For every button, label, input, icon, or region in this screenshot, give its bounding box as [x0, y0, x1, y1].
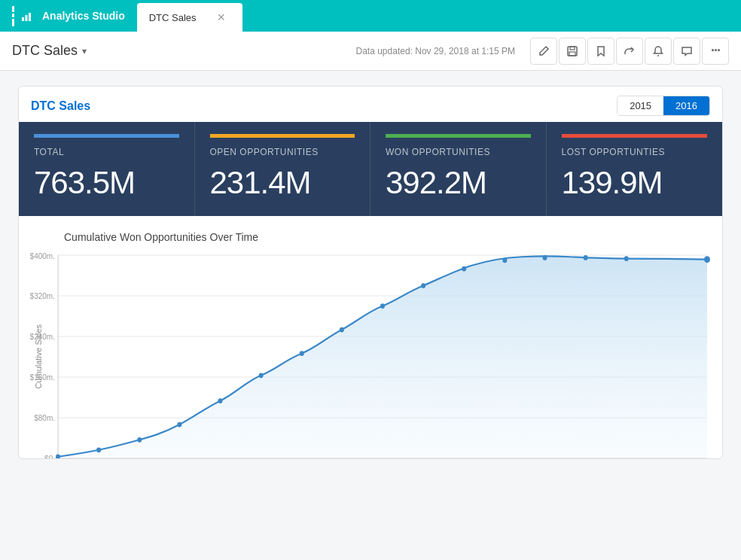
year-2015-button[interactable]: 2015	[618, 96, 663, 115]
svg-point-23	[137, 437, 142, 443]
svg-point-36	[704, 256, 710, 263]
won-bar	[386, 134, 531, 138]
chart-title: Cumulative Won Opportunities Over Time	[19, 231, 722, 243]
lost-value: 139.9M	[562, 165, 708, 201]
svg-point-32	[502, 257, 507, 263]
close-tab-button[interactable]: ×	[218, 11, 226, 24]
active-tab-label: DTC Sales	[149, 12, 197, 23]
svg-point-34	[584, 255, 588, 260]
svg-rect-0	[22, 17, 24, 21]
svg-text:$240m.: $240m.	[30, 332, 55, 342]
total-bar	[34, 134, 179, 138]
svg-rect-4	[570, 47, 575, 50]
svg-rect-1	[26, 15, 28, 21]
bell-icon	[652, 45, 664, 57]
svg-point-25	[218, 398, 222, 403]
data-updated-label: Data updated: Nov 29, 2018 at 1:15 PM	[356, 46, 515, 56]
metric-total: TOTAL 763.5M	[19, 122, 195, 216]
svg-text:$80m.: $80m.	[34, 413, 55, 423]
page-title-area: DTC Sales ▾	[12, 43, 347, 59]
save-button[interactable]	[559, 38, 586, 65]
save-icon	[566, 45, 578, 57]
open-bar	[210, 134, 355, 138]
comment-button[interactable]	[673, 38, 700, 65]
toolbar: ···	[530, 38, 729, 65]
svg-rect-2	[29, 13, 31, 21]
svg-point-35	[624, 256, 629, 261]
svg-text:$160m.: $160m.	[30, 373, 55, 382]
dashboard-card: DTC Sales 2015 2016 TOTAL 763.5M Open Op…	[18, 86, 723, 459]
page-title: DTC Sales	[12, 43, 78, 59]
svg-point-21	[56, 454, 60, 459]
won-value: 392.2M	[386, 165, 531, 201]
lost-label: Lost Opportunties	[562, 147, 708, 157]
svg-point-31	[462, 266, 466, 272]
svg-text:$0.: $0.	[44, 454, 55, 459]
metric-won: Won Opportunities 392.2M	[370, 122, 547, 216]
tab-bar: Analytics Studio DTC Sales ×	[0, 0, 741, 32]
year-2016-button[interactable]: 2016	[663, 96, 709, 115]
notify-button[interactable]	[645, 38, 672, 65]
svg-point-22	[96, 447, 101, 452]
app-tab[interactable]: Analytics Studio	[0, 0, 137, 32]
metric-lost: Lost Opportunties 139.9M	[547, 122, 723, 216]
app-name: Analytics Studio	[42, 10, 125, 22]
chart-svg: $400m. $320m. $240m. $160m. $80m. $0.	[58, 255, 707, 458]
svg-text:$320m.: $320m.	[30, 291, 55, 301]
more-button[interactable]: ···	[702, 38, 729, 65]
edit-button[interactable]	[530, 38, 557, 65]
open-value: 231.4M	[210, 165, 355, 201]
svg-point-28	[340, 327, 344, 333]
open-label: Open Opportunities	[210, 147, 355, 157]
metrics-strip: TOTAL 763.5M Open Opportunities 231.4M W…	[19, 122, 722, 216]
svg-point-24	[177, 422, 181, 428]
bookmark-button[interactable]	[587, 38, 614, 65]
svg-point-26	[259, 373, 264, 378]
svg-point-33	[542, 255, 547, 260]
lost-bar	[562, 134, 708, 138]
dropdown-arrow-icon[interactable]: ▾	[82, 46, 87, 56]
main-content: DTC Sales 2015 2016 TOTAL 763.5M Open Op…	[0, 71, 741, 560]
card-title: DTC Sales	[31, 99, 90, 113]
svg-point-29	[380, 303, 385, 309]
svg-text:$400m.: $400m.	[30, 251, 55, 260]
svg-point-27	[300, 351, 304, 356]
svg-point-6	[657, 55, 659, 56]
pencil-icon	[538, 45, 550, 57]
total-label: TOTAL	[34, 147, 179, 157]
year-selector: 2015 2016	[617, 96, 710, 116]
total-value: 763.5M	[34, 165, 179, 201]
metric-open: Open Opportunities 231.4M	[195, 122, 371, 216]
bar-chart-icon	[21, 10, 33, 22]
active-tab[interactable]: DTC Sales ×	[137, 3, 242, 32]
comment-icon	[681, 45, 693, 57]
share-button[interactable]	[616, 38, 643, 65]
chart-section: Cumulative Won Opportunities Over Time C…	[19, 216, 722, 458]
analytics-icon	[12, 6, 15, 26]
share-icon	[624, 45, 636, 57]
won-label: Won Opportunities	[386, 147, 531, 157]
bookmark-icon	[595, 45, 607, 57]
card-header: DTC Sales 2015 2016	[19, 87, 722, 122]
header-bar: DTC Sales ▾ Data updated: Nov 29, 2018 a…	[0, 32, 741, 71]
svg-point-30	[421, 283, 425, 288]
chart-area: $400m. $320m. $240m. $160m. $80m. $0.	[58, 255, 707, 458]
